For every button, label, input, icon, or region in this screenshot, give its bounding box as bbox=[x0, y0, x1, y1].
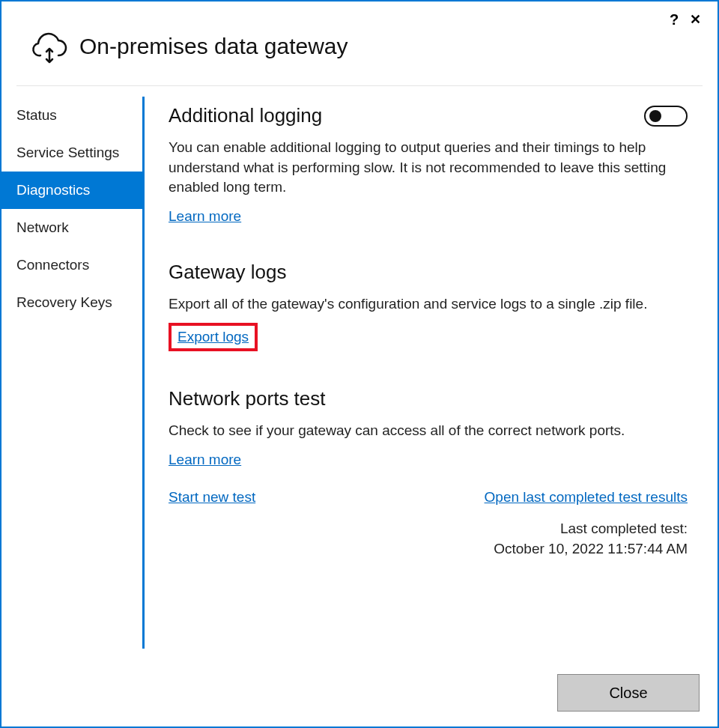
section-additional-logging: Additional logging You can enable additi… bbox=[169, 104, 688, 225]
ports-test-description: Check to see if your gateway can access … bbox=[169, 421, 688, 441]
sidebar-item-recovery-keys[interactable]: Recovery Keys bbox=[1, 284, 142, 321]
content: Additional logging You can enable additi… bbox=[145, 86, 703, 659]
export-logs-link[interactable]: Export logs bbox=[178, 329, 249, 345]
open-last-results-link[interactable]: Open last completed test results bbox=[485, 489, 688, 506]
section-gateway-logs: Gateway logs Export all of the gateway's… bbox=[169, 261, 688, 352]
section-title-ports-test: Network ports test bbox=[169, 387, 688, 410]
help-button[interactable]: ? bbox=[664, 9, 685, 30]
cloud-upload-icon bbox=[31, 28, 67, 64]
titlebar: ? ✕ bbox=[1, 1, 718, 28]
last-test-info: Last completed test: October 10, 2022 11… bbox=[169, 519, 688, 559]
ports-learn-more-link[interactable]: Learn more bbox=[169, 452, 241, 468]
export-logs-highlight: Export logs bbox=[169, 323, 258, 351]
start-new-test-link[interactable]: Start new test bbox=[169, 489, 255, 506]
sidebar-item-diagnostics[interactable]: Diagnostics bbox=[1, 172, 142, 209]
sidebar: Status Service Settings Diagnostics Netw… bbox=[1, 86, 142, 659]
last-test-time: October 10, 2022 11:57:44 AM bbox=[169, 539, 688, 559]
close-button[interactable]: Close bbox=[557, 674, 700, 712]
logging-toggle[interactable] bbox=[644, 106, 688, 127]
footer: Close bbox=[1, 659, 718, 727]
body: Status Service Settings Diagnostics Netw… bbox=[1, 86, 718, 659]
logging-description: You can enable additional logging to out… bbox=[169, 138, 688, 198]
logging-learn-more-link[interactable]: Learn more bbox=[169, 208, 241, 225]
toggle-knob bbox=[649, 110, 661, 122]
header: On-premises data gateway bbox=[1, 28, 718, 85]
last-test-label: Last completed test: bbox=[169, 519, 688, 539]
section-title-logging: Additional logging bbox=[169, 104, 322, 127]
sidebar-item-connectors[interactable]: Connectors bbox=[1, 246, 142, 284]
sidebar-item-service-settings[interactable]: Service Settings bbox=[1, 134, 142, 172]
window-close-button[interactable]: ✕ bbox=[685, 9, 706, 30]
sidebar-item-network[interactable]: Network bbox=[1, 209, 142, 246]
section-network-ports-test: Network ports test Check to see if your … bbox=[169, 387, 688, 559]
page-title: On-premises data gateway bbox=[79, 34, 348, 59]
app-window: ? ✕ On-premises data gateway Status Serv… bbox=[0, 0, 719, 728]
section-title-gateway-logs: Gateway logs bbox=[169, 261, 688, 284]
sidebar-item-status[interactable]: Status bbox=[1, 97, 142, 134]
gateway-logs-description: Export all of the gateway's configuratio… bbox=[169, 294, 688, 315]
